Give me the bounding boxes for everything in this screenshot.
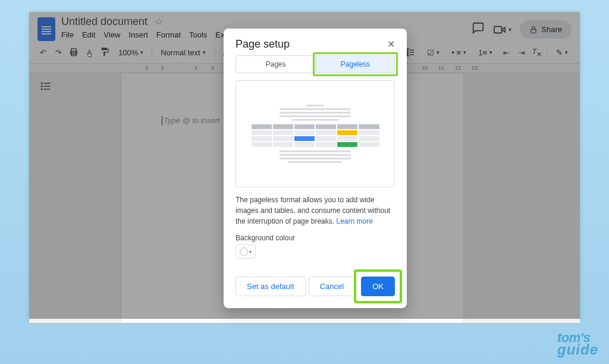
watermark: tom's guide — [557, 332, 598, 356]
chevron-down-icon: ▾ — [249, 249, 252, 255]
tab-pageless[interactable]: Pageless — [316, 55, 395, 73]
dialog-title: Page setup — [236, 38, 290, 51]
tab-pages[interactable]: Pages — [236, 55, 316, 73]
color-swatch-icon — [240, 247, 248, 256]
cancel-button[interactable]: Cancel — [309, 277, 355, 296]
bg-color-label: Background colour — [224, 227, 407, 244]
ok-button[interactable]: OK — [361, 277, 395, 296]
pageless-preview — [236, 80, 395, 187]
learn-more-link[interactable]: Learn more — [336, 217, 372, 225]
page-setup-dialog: Page setup ✕ Pages Pageless — [224, 29, 407, 308]
set-default-button[interactable]: Set as default — [236, 277, 306, 296]
pageless-description: The pageless format allows you to add wi… — [224, 194, 407, 227]
close-icon[interactable]: ✕ — [387, 39, 395, 50]
bg-color-picker[interactable]: ▾ — [236, 244, 256, 259]
